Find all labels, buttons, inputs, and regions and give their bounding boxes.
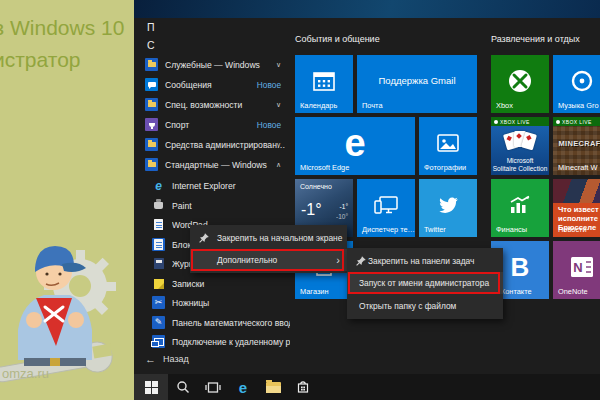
tile-minecraft[interactable]: XBOX LIVE MINECRAFT Minecraft W — [553, 117, 600, 175]
tile-label: Microsoft Edge — [300, 163, 349, 172]
app-list: П С Служебные — Windows ∨ Сообщения Ново… — [134, 18, 290, 374]
news-photo — [553, 179, 600, 203]
new-badge: Новое — [257, 80, 281, 90]
menu-item-pin-to-start[interactable]: Закрепить на начальном экране — [190, 227, 347, 249]
tile-edge[interactable]: e Microsoft Edge — [295, 117, 415, 175]
new-badge: Новое — [257, 120, 281, 130]
chevron-down-icon: ∨ — [276, 141, 281, 149]
menu-item-label: Дополнительно — [217, 255, 277, 265]
tutorial-title: в Windows 10 истратор — [0, 12, 124, 75]
app-item-accessories[interactable]: Стандартные — Windows ∧ — [134, 155, 290, 174]
submenu-arrow-icon: › — [336, 254, 340, 266]
windows-logo-icon — [145, 381, 158, 394]
xbox-live-badge: XBOX LIVE — [553, 117, 600, 126]
app-item-windows-system[interactable]: Служебные — Windows ∨ — [134, 55, 290, 74]
folder-icon — [145, 58, 158, 71]
tile-photos[interactable]: Фотографии — [419, 117, 477, 175]
xbox-logo — [507, 68, 533, 94]
desktop-wallpaper — [134, 0, 600, 18]
app-item-remote-desktop[interactable]: Подключение к удаленному р… — [134, 332, 290, 351]
calendar-icon — [312, 70, 336, 92]
letter-header-p[interactable]: П — [147, 21, 155, 33]
edge-taskbar-icon: e — [239, 380, 247, 395]
taskbar-store-button[interactable] — [288, 374, 318, 400]
app-item-paint[interactable]: Paint — [134, 196, 290, 215]
twitter-bird-icon — [435, 194, 461, 216]
wordpad-icon — [152, 218, 165, 231]
app-item-admin-tools[interactable]: Средства администрирован… ∨ — [134, 135, 290, 154]
tile-onenote[interactable]: N OneNote — [553, 241, 600, 299]
search-icon — [176, 380, 190, 394]
tile-label: OneNote — [558, 287, 588, 296]
pin-icon — [198, 232, 210, 244]
taskbar: e — [134, 374, 600, 400]
app-item-snipping-tool[interactable]: ✂ Ножницы — [134, 293, 290, 312]
tile-label: Microsoft Solitaire Collection — [491, 157, 549, 173]
tile-label: Xbox — [496, 101, 513, 110]
letter-header-s[interactable]: С — [147, 39, 155, 51]
start-menu: П С Служебные — Windows ∨ Сообщения Ново… — [134, 18, 600, 374]
pin-icon — [355, 255, 367, 267]
weather-high-low: -1°-10° — [336, 202, 348, 223]
app-item-sticky-notes[interactable]: Записки — [134, 274, 290, 293]
finance-chart-icon — [508, 194, 532, 216]
tile-xbox[interactable]: Xbox — [491, 55, 549, 113]
notepad-icon — [152, 238, 165, 251]
explorer-folder-icon — [266, 382, 281, 393]
watermark: omza.ru — [2, 366, 49, 381]
tile-mail[interactable]: Поддержка Gmail Почта — [357, 55, 477, 113]
xbox-live-badge: XBOX LIVE — [491, 117, 549, 126]
folder-icon — [145, 98, 158, 111]
sticky-notes-icon — [152, 277, 165, 290]
tile-label: Магазин — [300, 287, 329, 296]
tile-group-header-left: События и общение — [295, 34, 380, 44]
menu-item-more[interactable]: Дополнительно › — [190, 249, 347, 271]
app-item-label: Служебные — Windows — [165, 60, 290, 70]
tile-phone-companion[interactable]: Диспетчер те… — [357, 179, 415, 237]
onenote-icon: N — [569, 255, 595, 279]
back-button[interactable]: ← Назад — [145, 353, 189, 365]
tile-label: Почта — [362, 101, 383, 110]
menu-item-label: Запуск от имени администратора — [359, 278, 489, 288]
tile-label: Фотографии — [424, 163, 466, 172]
weather-temperature: -1° — [301, 201, 322, 219]
tile-twitter[interactable]: Twitter — [419, 179, 477, 237]
task-view-button[interactable] — [198, 374, 228, 400]
folder-icon — [145, 158, 158, 171]
app-item-sport[interactable]: Спорт Новое — [134, 115, 290, 134]
edge-logo: e — [344, 124, 365, 162]
app-item-label: Подключение к удаленному р… — [172, 337, 290, 347]
menu-item-label: Закрепить на панели задач — [368, 256, 474, 266]
taskbar-edge-button[interactable]: e — [228, 374, 258, 400]
tutorial-title-line1: в Windows 10 — [0, 12, 124, 44]
context-menu: Закрепить на начальном экране Дополнител… — [190, 225, 347, 273]
app-item-label: Ножницы — [172, 298, 290, 308]
menu-item-run-as-admin[interactable]: Запуск от имени администратора — [347, 272, 503, 294]
tile-solitaire[interactable]: XBOX LIVE Microsoft Solitaire Collection — [491, 117, 549, 175]
weather-condition: Солнечно — [300, 183, 332, 190]
app-item-label: Панель математического ввода — [172, 318, 290, 328]
taskbar-explorer-button[interactable] — [258, 374, 288, 400]
tile-groove-music[interactable]: Музыка Gro — [553, 55, 600, 113]
menu-item-open-file-location[interactable]: Открыть папку с файлом — [347, 295, 503, 317]
app-item-internet-explorer[interactable]: e Internet Explorer — [134, 176, 290, 195]
start-button[interactable] — [134, 374, 168, 400]
chevron-up-icon: ∧ — [276, 161, 281, 169]
tile-news[interactable]: Что извест исполните Брюсселе Новости — [553, 179, 600, 237]
svg-text:N: N — [573, 260, 582, 275]
internet-explorer-icon: e — [152, 179, 165, 192]
app-item-label: Стандартные — Windows — [165, 160, 290, 170]
tile-label: Minecraft W — [558, 163, 597, 172]
tile-calendar[interactable]: Календарь — [295, 55, 353, 113]
journal-icon — [152, 257, 165, 270]
chat-icon — [145, 78, 158, 91]
menu-item-pin-to-taskbar[interactable]: Закрепить на панели задач — [347, 250, 503, 272]
app-item-messaging[interactable]: Сообщения Новое — [134, 75, 290, 94]
math-input-icon: ✎ — [152, 316, 165, 329]
trophy-icon — [145, 118, 158, 131]
tutorial-panel: в Windows 10 истратор — [0, 0, 134, 400]
taskbar-search-button[interactable] — [168, 374, 198, 400]
app-item-accessibility[interactable]: Спец. возможности ∨ — [134, 95, 290, 114]
tile-finance[interactable]: Финансы — [491, 179, 549, 237]
app-item-math-input[interactable]: ✎ Панель математического ввода — [134, 313, 290, 332]
